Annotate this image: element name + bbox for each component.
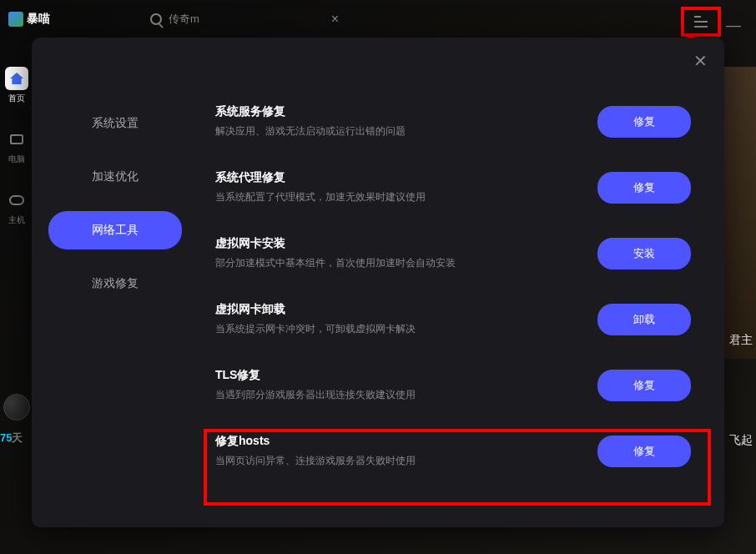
nav-item-console[interactable]: 主机 <box>5 189 28 226</box>
tool-desc: 部分加速模式中基本组件，首次使用加速时会自动安装 <box>215 256 581 270</box>
repair-button[interactable]: 修复 <box>597 172 691 204</box>
tool-info: 虚拟网卡安装 部分加速模式中基本组件，首次使用加速时会自动安装 <box>215 236 581 270</box>
sidebar-item-network-tools[interactable]: 网络工具 <box>48 211 182 249</box>
tool-title: 系统服务修复 <box>215 104 581 119</box>
modal-body: 系统设置 加速优化 网络工具 游戏修复 系统服务修复 解决应用、游戏无法启动或运… <box>32 38 724 527</box>
tool-info: TLS修复 当遇到部分游戏服务器出现连接失败建议使用 <box>215 368 581 402</box>
tool-row-virtual-nic-uninstall: 虚拟网卡卸载 当系统提示网卡冲突时，可卸载虚拟网卡解决 卸载 <box>215 302 691 336</box>
nav-item-home[interactable]: 首页 <box>5 67 28 104</box>
sidebar-item-system-settings[interactable]: 系统设置 <box>48 104 182 143</box>
nav-label: 主机 <box>8 214 25 226</box>
tool-desc: 当网页访问异常、连接游戏服务器失败时使用 <box>215 454 581 468</box>
search-area[interactable]: 传奇m × <box>150 12 339 27</box>
repair-button[interactable]: 修复 <box>597 106 691 138</box>
tool-row-virtual-nic-install: 虚拟网卡安装 部分加速模式中基本组件，首次使用加速时会自动安装 安装 <box>215 236 691 270</box>
tool-row-system-service-repair: 系统服务修复 解决应用、游戏无法启动或运行出错的问题 修复 <box>215 104 691 138</box>
tool-desc: 当系统配置了代理模式，加速无效果时建议使用 <box>215 190 581 204</box>
controller-icon <box>9 195 24 205</box>
minimize-button[interactable]: — <box>726 17 741 34</box>
app-name: 暴喵 <box>27 12 50 27</box>
tool-title: 系统代理修复 <box>215 170 581 185</box>
sidebar-item-game-repair[interactable]: 游戏修复 <box>48 264 182 303</box>
modal-sidebar: 系统设置 加速优化 网络工具 游戏修复 <box>32 54 199 527</box>
user-avatar[interactable] <box>3 394 30 421</box>
search-text: 传奇m <box>169 12 199 27</box>
tool-info: 系统代理修复 当系统配置了代理模式，加速无效果时建议使用 <box>215 170 581 204</box>
logo-icon <box>8 12 23 27</box>
tool-title: 虚拟网卡安装 <box>215 236 581 251</box>
install-button[interactable]: 安装 <box>597 238 691 269</box>
modal-content: 系统服务修复 解决应用、游戏无法启动或运行出错的问题 修复 系统代理修复 当系统… <box>199 54 724 527</box>
settings-modal: ✕ 系统设置 加速优化 网络工具 游戏修复 系统服务修复 解决应用、游戏无法启动… <box>32 38 724 527</box>
sidebar-item-accel-optimize[interactable]: 加速优化 <box>48 158 182 196</box>
tool-info: 虚拟网卡卸载 当系统提示网卡冲突时，可卸载虚拟网卡解决 <box>215 302 581 336</box>
app-logo: 暴喵 <box>8 12 50 27</box>
tool-info: 修复hosts 当网页访问异常、连接游戏服务器失败时使用 <box>215 434 581 468</box>
tool-row-tls-repair: TLS修复 当遇到部分游戏服务器出现连接失败建议使用 修复 <box>215 368 691 402</box>
days-unit: 天 <box>12 431 23 444</box>
tool-desc: 当系统提示网卡冲突时，可卸载虚拟网卡解决 <box>215 322 581 336</box>
hamburger-icon <box>694 16 708 28</box>
tool-row-system-proxy-repair: 系统代理修复 当系统配置了代理模式，加速无效果时建议使用 修复 <box>215 170 691 204</box>
uninstall-button[interactable]: 卸载 <box>597 304 691 335</box>
tool-desc: 解决应用、游戏无法启动或运行出错的问题 <box>215 124 581 138</box>
search-icon <box>150 13 162 25</box>
tool-info: 系统服务修复 解决应用、游戏无法启动或运行出错的问题 <box>215 104 581 138</box>
top-bar: 暴喵 传奇m × <box>0 0 756 38</box>
repair-button[interactable]: 修复 <box>597 370 691 401</box>
bg-text-2: 飞起 <box>726 430 756 451</box>
nav-item-pc[interactable]: 电脑 <box>5 128 28 165</box>
bg-text-1: 君主 <box>726 330 756 351</box>
monitor-icon <box>10 134 23 144</box>
tool-title: 修复hosts <box>215 434 581 449</box>
nav-label: 首页 <box>8 93 25 104</box>
nav-label: 电脑 <box>8 154 25 165</box>
repair-button[interactable]: 修复 <box>597 436 691 467</box>
search-clear-icon[interactable]: × <box>331 12 339 27</box>
remaining-days: 75天 <box>0 431 23 446</box>
tool-title: TLS修复 <box>215 368 581 383</box>
tool-row-hosts-repair: 修复hosts 当网页访问异常、连接游戏服务器失败时使用 修复 <box>215 434 691 468</box>
days-number: 75 <box>0 431 12 444</box>
tool-desc: 当遇到部分游戏服务器出现连接失败建议使用 <box>215 388 581 402</box>
tool-title: 虚拟网卡卸载 <box>215 302 581 317</box>
left-nav: 首页 电脑 主机 <box>0 67 33 226</box>
hamburger-menu-button[interactable] <box>681 7 721 37</box>
home-icon <box>10 73 23 84</box>
